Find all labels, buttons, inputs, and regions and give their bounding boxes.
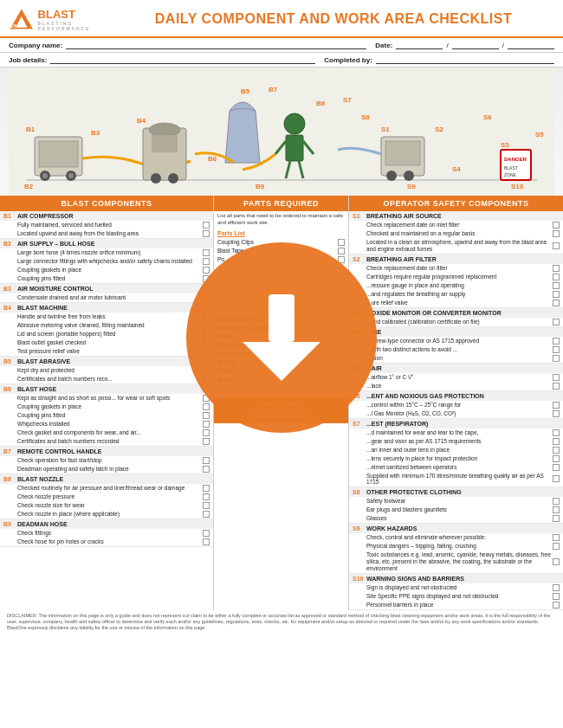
logo-area: ONE BLAST BLASTING PERFORMANCE (9, 5, 113, 33)
checkbox[interactable] (553, 374, 560, 381)
checkbox[interactable] (553, 291, 560, 298)
date-year[interactable] (508, 41, 554, 49)
check-item: Check hose for pin holes or cracks (0, 538, 213, 546)
checkbox[interactable] (553, 355, 560, 362)
checkbox[interactable] (553, 464, 560, 471)
checkbox[interactable] (553, 222, 560, 229)
checkbox[interactable] (553, 383, 560, 390)
check-item: ...lens securely in place for impact pro… (349, 454, 563, 463)
checkbox[interactable] (338, 368, 345, 375)
section-title-s7: ...EST (RESPIRATOR) (366, 421, 560, 427)
date-input[interactable] (396, 41, 443, 49)
checkbox[interactable] (203, 331, 210, 338)
checkbox[interactable] (553, 475, 560, 482)
checkbox[interactable] (203, 348, 210, 355)
check-item: Handle and twinline free from leaks (0, 312, 213, 321)
checkbox[interactable] (553, 558, 560, 565)
checkbox[interactable] (553, 346, 560, 353)
company-input[interactable] (66, 41, 366, 49)
checkbox[interactable] (203, 275, 210, 282)
checkbox[interactable] (203, 249, 210, 256)
checkbox[interactable] (203, 421, 210, 428)
checkbox[interactable] (203, 258, 210, 265)
checkbox[interactable] (338, 333, 345, 340)
checkbox[interactable] (203, 403, 210, 410)
checkbox[interactable] (553, 429, 560, 436)
checkbox[interactable] (553, 230, 560, 237)
check-item: Condensate drained and air motor lubrica… (0, 293, 213, 302)
checkbox[interactable] (553, 515, 560, 522)
checkbox[interactable] (553, 593, 560, 600)
checkbox[interactable] (553, 602, 560, 609)
checkbox[interactable] (553, 300, 560, 306)
checkbox[interactable] (203, 267, 210, 274)
checkbox[interactable] (553, 274, 560, 280)
checkbox[interactable] (203, 222, 210, 229)
checkbox[interactable] (203, 322, 210, 329)
check-item: Deadman operating and safety latch in pl… (0, 465, 213, 474)
check-item: Blast outlet gasket checked (0, 338, 213, 347)
checkbox[interactable] (553, 242, 560, 249)
checkbox[interactable] (338, 256, 345, 263)
checkbox[interactable] (553, 410, 560, 417)
date-month[interactable] (452, 41, 499, 49)
completed-input[interactable] (376, 55, 554, 64)
checkbox[interactable] (553, 584, 560, 591)
checkbox[interactable] (338, 342, 345, 349)
svg-text:B4: B4 (137, 117, 146, 125)
checkbox[interactable] (553, 265, 560, 272)
svg-text:B3: B3 (91, 129, 100, 137)
check-item: ...ressure gauge in place and operating (349, 281, 563, 290)
checkbox[interactable] (338, 239, 345, 246)
section-b9: B9 DEADMAN HOSE Check fittings Check hos… (0, 519, 213, 547)
section-s4: S4 ...INE ...screw-type connector or AS … (349, 327, 563, 364)
checkbox[interactable] (338, 325, 345, 332)
checkbox[interactable] (203, 395, 210, 402)
checkbox[interactable] (338, 359, 345, 366)
checkbox[interactable] (203, 511, 210, 518)
checkbox[interactable] (553, 282, 560, 289)
checkbox[interactable] (338, 377, 345, 383)
part-item: Po... (214, 255, 348, 264)
checkbox[interactable] (203, 339, 210, 346)
checkbox[interactable] (553, 402, 560, 409)
checkbox[interactable] (338, 351, 345, 358)
check-item: Located in a clean air atmosphere, upwin… (349, 238, 563, 254)
checkbox[interactable] (553, 543, 560, 550)
section-b3: B3 AIR MOISTURE CONTROL Condensate drain… (0, 284, 213, 303)
check-item: Personnel barriers in place (349, 601, 563, 609)
checkbox[interactable] (553, 498, 560, 505)
checkbox[interactable] (203, 313, 210, 320)
checkbox[interactable] (203, 367, 210, 374)
checkbox[interactable] (553, 447, 560, 454)
checkbox[interactable] (203, 412, 210, 419)
checkbox[interactable] (203, 485, 210, 492)
checkbox[interactable] (203, 230, 210, 237)
check-item: ...d maintained for wear and tear to the… (349, 428, 563, 437)
checkbox[interactable] (553, 506, 560, 513)
checkbox[interactable] (553, 455, 560, 462)
check-item: Coupling pins fitted (0, 411, 213, 420)
checkbox[interactable] (338, 248, 345, 254)
checkbox[interactable] (553, 319, 560, 325)
checkbox[interactable] (203, 429, 210, 436)
checkbox[interactable] (553, 438, 560, 445)
checkbox[interactable] (553, 534, 560, 541)
svg-text:B6: B6 (208, 155, 217, 163)
checkbox[interactable] (203, 530, 210, 537)
section-title-b8: BLAST NOZZLE (17, 476, 210, 482)
checkbox[interactable] (203, 502, 210, 509)
checkbox[interactable] (203, 457, 210, 464)
checkbox[interactable] (203, 493, 210, 500)
checkbox[interactable] (203, 376, 210, 383)
checkbox[interactable] (203, 466, 210, 473)
checkbox[interactable] (203, 538, 210, 545)
section-title-b4: BLAST MACHINE (17, 305, 210, 311)
checkbox[interactable] (203, 294, 210, 301)
checkbox[interactable] (338, 316, 345, 323)
job-input[interactable] (50, 55, 315, 64)
checkbox[interactable] (553, 338, 560, 345)
checkbox[interactable] (203, 438, 210, 445)
section-s7: S7 ...EST (RESPIRATOR) ...d maintained f… (349, 419, 563, 488)
blast-components-column: BLAST COMPONENTS B1 AIR COMPRESSOR Fully… (0, 196, 214, 610)
